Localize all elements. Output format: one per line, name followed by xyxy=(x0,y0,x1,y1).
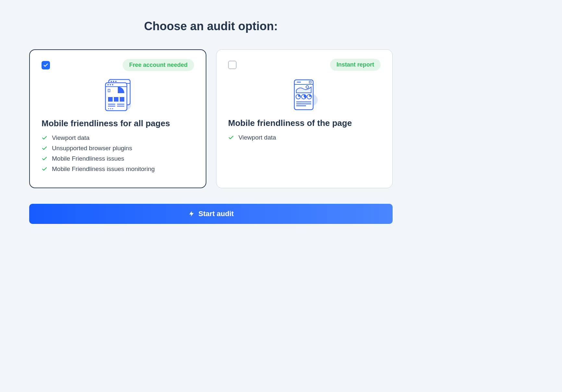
card-header: Free account needed xyxy=(42,59,194,71)
options-row: Free account needed xyxy=(29,49,393,188)
svg-point-3 xyxy=(111,81,112,82)
pages-icon xyxy=(98,78,137,113)
list-item: Viewport data xyxy=(42,134,194,141)
illustration-single-page xyxy=(228,77,381,113)
check-icon xyxy=(43,63,48,68)
svg-point-21 xyxy=(112,108,113,109)
svg-rect-11 xyxy=(108,89,110,92)
svg-point-10 xyxy=(112,84,113,85)
svg-rect-13 xyxy=(114,97,118,102)
svg-point-9 xyxy=(110,84,111,85)
svg-point-20 xyxy=(110,108,111,109)
list-item: Mobile Friendliness issues xyxy=(42,155,194,162)
list-item: Viewport data xyxy=(228,134,381,141)
card-header: Instant report xyxy=(228,59,381,71)
page-title: Choose an audit option: xyxy=(29,19,393,33)
feature-label: Mobile Friendliness issues monitoring xyxy=(52,165,155,173)
checkbox-all-pages[interactable] xyxy=(42,61,50,69)
feature-list-all-pages: Viewport data Unsupported browser plugin… xyxy=(42,134,194,173)
svg-point-27 xyxy=(306,86,309,88)
check-icon xyxy=(42,156,47,162)
card-title-single-page: Mobile friendliness of the page xyxy=(228,118,381,128)
svg-point-19 xyxy=(108,108,109,109)
option-card-single-page[interactable]: Instant report Mobile friendliness of th… xyxy=(216,49,393,188)
feature-label: Mobile Friendliness issues xyxy=(52,155,124,162)
checkbox-single-page[interactable] xyxy=(228,61,237,69)
svg-rect-12 xyxy=(108,97,113,102)
list-item: Unsupported browser plugins xyxy=(42,145,194,152)
mobile-page-icon xyxy=(287,77,322,113)
bolt-icon xyxy=(188,211,195,217)
feature-label: Viewport data xyxy=(238,134,276,141)
list-item: Mobile Friendliness issues monitoring xyxy=(42,165,194,173)
svg-point-4 xyxy=(113,81,114,82)
card-title-all-pages: Mobile friendliness for all pages xyxy=(42,118,194,129)
svg-point-5 xyxy=(115,81,116,82)
start-audit-label: Start audit xyxy=(199,210,234,218)
check-icon xyxy=(42,166,47,172)
illustration-all-pages xyxy=(42,78,194,113)
svg-rect-14 xyxy=(120,97,124,102)
check-icon xyxy=(42,145,47,151)
start-audit-button[interactable]: Start audit xyxy=(29,204,393,224)
option-card-all-pages[interactable]: Free account needed xyxy=(29,49,206,188)
feature-label: Viewport data xyxy=(52,134,90,141)
feature-label: Unsupported browser plugins xyxy=(52,145,132,152)
check-icon xyxy=(228,135,234,141)
check-icon xyxy=(42,135,47,141)
badge-instant-report: Instant report xyxy=(330,59,381,71)
feature-list-single-page: Viewport data xyxy=(228,134,381,141)
badge-free-account: Free account needed xyxy=(123,59,194,71)
svg-point-8 xyxy=(107,84,109,85)
